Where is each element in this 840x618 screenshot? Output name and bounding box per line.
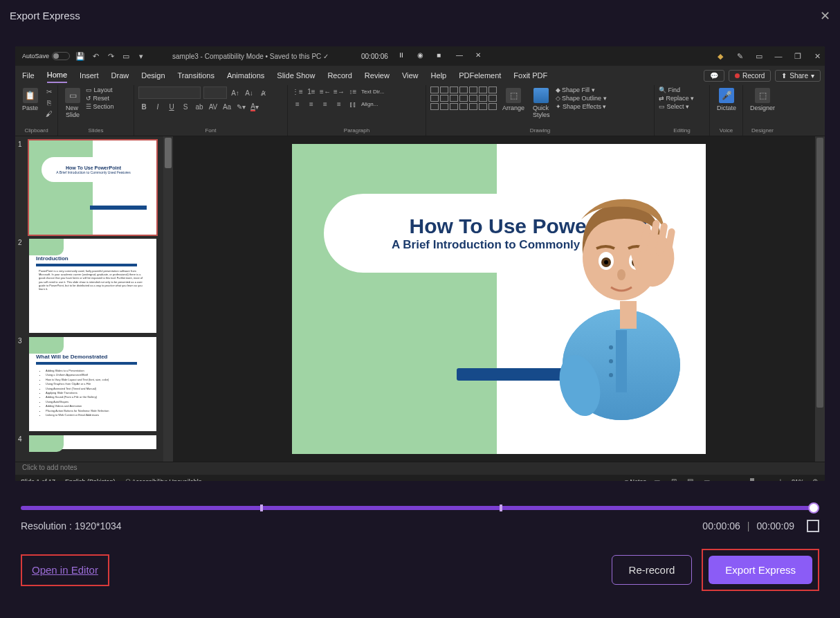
- sorter-view-icon[interactable]: ⊞: [668, 477, 679, 482]
- present-icon[interactable]: ▭: [121, 51, 131, 61]
- designer-button[interactable]: ⬚Designer: [747, 87, 778, 113]
- format-painter-icon[interactable]: 🖌: [44, 109, 55, 118]
- text-direction-button[interactable]: Text Dir...: [361, 89, 384, 95]
- close-rec-icon[interactable]: ✕: [475, 51, 485, 61]
- shape-fill-button[interactable]: ◆ Shape Fill ▾: [556, 87, 607, 93]
- export-express-button[interactable]: Export Express: [709, 556, 812, 584]
- pause-icon[interactable]: ⏸: [398, 51, 408, 61]
- autosave-toggle[interactable]: AutoSave: [22, 52, 70, 60]
- line-spacing-icon[interactable]: ↕≡: [347, 87, 358, 96]
- notes-toggle[interactable]: ≡ Notes: [625, 478, 646, 482]
- record-circle-icon[interactable]: ◉: [417, 51, 427, 61]
- strike-button[interactable]: S: [180, 102, 191, 111]
- tab-draw[interactable]: Draw: [111, 69, 129, 82]
- bullets-icon[interactable]: ⋮≡: [292, 87, 303, 96]
- redo-icon[interactable]: ↷: [106, 51, 116, 61]
- tab-file[interactable]: File: [22, 69, 35, 82]
- grow-font-icon[interactable]: A↑: [230, 88, 241, 98]
- thumbnail-1[interactable]: How To Use PowerPointA Brief Introductio…: [29, 140, 156, 235]
- underline-button[interactable]: U: [166, 102, 177, 111]
- panel-icon[interactable]: ▭: [754, 51, 764, 61]
- normal-view-icon[interactable]: ▭: [652, 477, 663, 482]
- thumbnail-3[interactable]: What Will be Demonstrated Adding Slides …: [29, 337, 156, 431]
- thumbnail-2[interactable]: IntroductionPowerPoint is a very commonl…: [29, 239, 156, 333]
- dictate-button[interactable]: 🎤Dictate: [714, 87, 739, 113]
- quick-styles-button[interactable]: Quick Styles: [530, 87, 553, 120]
- arrange-button[interactable]: ⬚Arrange: [500, 87, 527, 113]
- slide-canvas[interactable]: How To Use PowerPoint A Brief Introducti…: [292, 144, 706, 454]
- stop-icon[interactable]: ■: [437, 51, 446, 61]
- minimize-rec-icon[interactable]: —: [456, 51, 466, 61]
- shadow-icon[interactable]: ab: [194, 102, 205, 111]
- highlight-icon[interactable]: ✎▾: [235, 102, 246, 111]
- reset-button[interactable]: ↺ Reset: [86, 95, 114, 102]
- justify-icon[interactable]: ≡: [334, 99, 345, 109]
- share-button[interactable]: ⬆ Share ▾: [775, 70, 821, 82]
- shape-outline-button[interactable]: ◇ Shape Outline ▾: [556, 95, 607, 102]
- comments-icon[interactable]: 💬: [704, 70, 724, 82]
- slide-scrollbar[interactable]: [815, 136, 825, 462]
- clear-format-icon[interactable]: A̷: [257, 88, 268, 98]
- paste-button[interactable]: 📋Paste: [19, 87, 41, 113]
- zoom-value[interactable]: 81%: [792, 478, 804, 482]
- copilot-icon[interactable]: ◆: [715, 51, 725, 61]
- section-button[interactable]: ☰ Section: [86, 103, 114, 110]
- columns-icon[interactable]: ⫿⫿: [347, 99, 358, 109]
- align-right-icon[interactable]: ≡: [320, 99, 331, 109]
- indent-dec-icon[interactable]: ≡←: [320, 87, 331, 96]
- new-slide-button[interactable]: ▭New Slide: [62, 87, 83, 120]
- zoom-in-icon[interactable]: +: [775, 477, 786, 482]
- fit-icon[interactable]: ⊕: [810, 477, 821, 482]
- slideshow-view-icon[interactable]: ▭: [702, 477, 713, 482]
- notes-placeholder[interactable]: Click to add notes: [15, 462, 825, 475]
- shapes-gallery[interactable]: [430, 87, 497, 110]
- save-icon[interactable]: 💾: [75, 51, 85, 61]
- shrink-font-icon[interactable]: A↓: [244, 88, 255, 98]
- copy-icon[interactable]: ⎘: [44, 98, 55, 107]
- italic-button[interactable]: I: [152, 102, 163, 111]
- close-ppt-icon[interactable]: ✕: [812, 51, 822, 61]
- rerecord-button[interactable]: Re-record: [612, 555, 693, 585]
- tab-animations[interactable]: Animations: [227, 69, 264, 82]
- open-in-editor-link[interactable]: Open in Editor: [32, 564, 98, 576]
- tab-record[interactable]: Record: [327, 69, 351, 82]
- shape-effects-button[interactable]: ✦ Shape Effects ▾: [556, 103, 607, 110]
- align-left-icon[interactable]: ≡: [292, 99, 303, 109]
- thumbs-scrollbar[interactable]: [163, 136, 173, 462]
- min-icon[interactable]: —: [774, 51, 783, 61]
- tab-design[interactable]: Design: [141, 69, 165, 82]
- tab-view[interactable]: View: [402, 69, 419, 82]
- status-accessibility[interactable]: ⚇ Accessibility: Unavailable: [125, 478, 202, 482]
- align-text-button[interactable]: Align...: [361, 101, 378, 107]
- layout-button[interactable]: ▭ Layout: [86, 87, 114, 93]
- tab-insert[interactable]: Insert: [80, 69, 99, 82]
- undo-icon[interactable]: ↶: [91, 51, 100, 61]
- replace-button[interactable]: ⇄ Replace ▾: [659, 95, 694, 102]
- font-size-select[interactable]: [203, 87, 227, 99]
- timeline-handle[interactable]: [808, 502, 819, 514]
- timeline-track[interactable]: [21, 506, 819, 510]
- numbering-icon[interactable]: 1≡: [306, 87, 317, 96]
- zoom-slider[interactable]: [735, 481, 769, 482]
- font-color-icon[interactable]: A▾: [249, 102, 260, 111]
- reading-view-icon[interactable]: ▤: [685, 477, 696, 482]
- spacing-icon[interactable]: AV: [208, 102, 219, 111]
- tab-pdfelement[interactable]: PDFelement: [459, 69, 501, 82]
- chevron-down-icon[interactable]: ▾: [136, 51, 146, 61]
- thumbnail-4[interactable]: [29, 435, 156, 449]
- tab-foxit[interactable]: Foxit PDF: [513, 69, 547, 82]
- bold-button[interactable]: B: [138, 102, 149, 111]
- tab-transitions[interactable]: Transitions: [178, 69, 214, 82]
- font-select[interactable]: [138, 87, 201, 99]
- pen-icon[interactable]: ✎: [735, 51, 745, 61]
- tab-review[interactable]: Review: [365, 69, 390, 82]
- case-icon[interactable]: Aa: [221, 102, 232, 111]
- close-icon[interactable]: ✕: [820, 8, 830, 24]
- select-button[interactable]: ▭ Select ▾: [659, 103, 694, 110]
- record-button[interactable]: Record: [729, 70, 771, 82]
- indent-inc-icon[interactable]: ≡→: [334, 87, 345, 96]
- status-lang[interactable]: English (Pakistan): [65, 478, 116, 482]
- tab-home[interactable]: Home: [47, 68, 67, 83]
- cut-icon[interactable]: ✂: [44, 87, 55, 96]
- fullscreen-icon[interactable]: [807, 520, 819, 532]
